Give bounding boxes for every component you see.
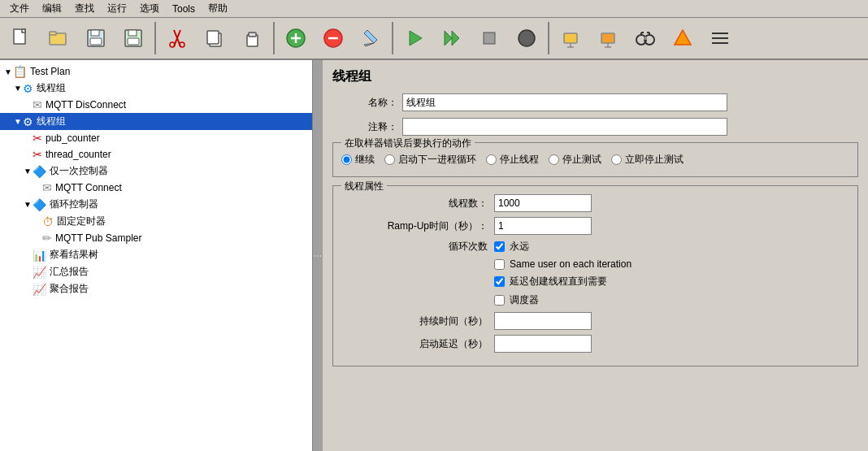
error-label-next-loop: 启动下一进程循环 bbox=[398, 153, 476, 167]
tree-item-loop-controller[interactable]: ▼ 🔷 循环控制器 bbox=[0, 196, 312, 213]
loop-forever-checkbox[interactable] bbox=[494, 241, 505, 252]
toolbar bbox=[0, 18, 868, 60]
startup-delay-label: 启动延迟（秒） bbox=[341, 337, 488, 351]
tree-item-aggregate[interactable]: 📈 汇总报告 bbox=[0, 263, 312, 280]
loop-forever-label[interactable]: 永远 bbox=[494, 240, 529, 254]
tree-item-view-results[interactable]: 📊 察看结果树 bbox=[0, 246, 312, 263]
remote2-button[interactable] bbox=[590, 20, 626, 56]
clear-button[interactable] bbox=[353, 20, 388, 56]
error-radio-stop-test[interactable] bbox=[549, 154, 559, 165]
same-user-label[interactable]: Same user on each iteration bbox=[494, 258, 631, 270]
paste-button[interactable] bbox=[234, 20, 270, 56]
error-label-stop-thread: 停止线程 bbox=[500, 153, 539, 167]
open-button[interactable] bbox=[41, 20, 76, 56]
add-button[interactable] bbox=[278, 20, 314, 56]
remote-button[interactable] bbox=[553, 20, 588, 56]
toolbar-sep-3 bbox=[392, 22, 393, 54]
duration-input[interactable] bbox=[494, 312, 592, 330]
testplan-icon: 📋 bbox=[13, 65, 27, 78]
thread-count-row: 线程数： bbox=[341, 194, 849, 212]
toolbar-sep-2 bbox=[273, 22, 275, 54]
function-button[interactable] bbox=[665, 20, 701, 56]
shutdown-button[interactable] bbox=[509, 20, 545, 56]
save-button[interactable] bbox=[78, 20, 114, 56]
new-button[interactable] bbox=[3, 20, 39, 56]
scheduler-text: 调度器 bbox=[510, 293, 539, 307]
error-radio-stop-thread[interactable] bbox=[486, 154, 497, 165]
rampup-input[interactable] bbox=[494, 217, 592, 235]
menu-run[interactable]: 运行 bbox=[101, 0, 133, 17]
svg-rect-7 bbox=[128, 30, 137, 36]
collapse-handle[interactable]: ⋮ bbox=[313, 60, 323, 451]
startup-delay-row: 启动延迟（秒） bbox=[341, 335, 849, 353]
comment-row: 注释： bbox=[332, 118, 858, 136]
menu-file[interactable]: 文件 bbox=[3, 0, 36, 17]
menu-edit[interactable]: 编辑 bbox=[36, 0, 68, 17]
thread-count-input[interactable] bbox=[494, 194, 592, 212]
menu-find[interactable]: 查找 bbox=[68, 0, 101, 17]
scheduler-checkbox[interactable] bbox=[494, 295, 505, 306]
delay-create-checkbox[interactable] bbox=[494, 276, 505, 287]
tree-item-once-controller[interactable]: ▼ 🔷 仅一次控制器 bbox=[0, 163, 312, 180]
delay-create-label[interactable]: 延迟创建线程直到需要 bbox=[494, 275, 607, 288]
tree-item-pub-counter[interactable]: ✂ pub_counter bbox=[0, 130, 312, 146]
tree-item-test-plan[interactable]: ▼ 📋 Test Plan bbox=[0, 63, 312, 80]
duration-row: 持续时间（秒） bbox=[341, 312, 849, 330]
thread-count-label: 线程数： bbox=[341, 197, 488, 210]
binoculars-button[interactable] bbox=[627, 20, 663, 56]
threadgroup1-icon: ⚙ bbox=[23, 82, 33, 95]
remove-button[interactable] bbox=[315, 20, 351, 56]
svg-rect-4 bbox=[91, 30, 99, 36]
toggle-thread-group-2[interactable]: ▼ bbox=[13, 117, 23, 126]
tree-item-mqtt-disconnect[interactable]: ✉ MQTT DisConnect bbox=[0, 97, 312, 113]
tree-item-thread-group-1[interactable]: ▼ ⚙ 线程组 bbox=[0, 80, 312, 97]
svg-rect-2 bbox=[50, 32, 56, 35]
start-button[interactable] bbox=[397, 20, 432, 56]
svg-rect-25 bbox=[484, 33, 495, 44]
error-label-continue: 继续 bbox=[355, 153, 375, 167]
cut-button[interactable] bbox=[159, 20, 195, 56]
svg-marker-22 bbox=[410, 31, 422, 46]
startup-delay-input[interactable] bbox=[494, 335, 592, 353]
thread-props-panel: 线程属性 线程数： Ramp-Up时间（秒）： 循环次数 永远 bbox=[332, 185, 858, 366]
error-option-continue[interactable]: 继续 bbox=[341, 153, 375, 167]
error-radio-continue[interactable] bbox=[341, 154, 352, 165]
viewresults-icon: 📊 bbox=[33, 249, 46, 262]
error-option-next-loop[interactable]: 启动下一进程循环 bbox=[384, 153, 476, 167]
svg-rect-5 bbox=[90, 38, 102, 45]
same-user-checkbox[interactable] bbox=[494, 259, 505, 270]
tree-item-timer[interactable]: ⏱ 固定定时器 bbox=[0, 213, 312, 230]
toggle-loop-controller[interactable]: ▼ bbox=[23, 200, 33, 209]
comment-input[interactable] bbox=[402, 118, 727, 136]
menu-tools[interactable]: Tools bbox=[166, 2, 202, 16]
tree-label-thread-counter: thread_counter bbox=[46, 149, 111, 160]
name-input[interactable] bbox=[402, 93, 727, 111]
duration-label: 持续时间（秒） bbox=[341, 314, 488, 328]
stop-button[interactable] bbox=[471, 20, 507, 56]
toggle-thread-group-1[interactable]: ▼ bbox=[13, 84, 23, 93]
start-no-pause-button[interactable] bbox=[434, 20, 470, 56]
tree-item-mqtt-connect[interactable]: ✉ MQTT Connect bbox=[0, 180, 312, 196]
error-option-stop-test[interactable]: 停止测试 bbox=[549, 153, 601, 167]
tree-expand-button[interactable] bbox=[702, 20, 738, 56]
copy-button[interactable] bbox=[197, 20, 232, 56]
menu-help[interactable]: 帮助 bbox=[202, 0, 234, 17]
toggle-test-plan[interactable]: ▼ bbox=[3, 67, 13, 76]
toggle-once-controller[interactable]: ▼ bbox=[23, 167, 33, 176]
error-option-stop-test-now[interactable]: 立即停止测试 bbox=[611, 153, 684, 167]
tree-item-mqtt-pub[interactable]: ✏ MQTT Pub Sampler bbox=[0, 230, 312, 246]
threadcounter-icon: ✂ bbox=[33, 148, 42, 161]
saveas-button[interactable] bbox=[115, 20, 151, 56]
tree-item-thread-group-2[interactable]: ▼ ⚙ 线程组 bbox=[0, 113, 312, 130]
svg-rect-14 bbox=[207, 31, 219, 44]
comment-label: 注释： bbox=[332, 120, 397, 134]
menubar: 文件 编辑 查找 运行 选项 Tools 帮助 bbox=[0, 0, 868, 18]
error-radio-stop-test-now[interactable] bbox=[611, 154, 622, 165]
error-option-stop-thread[interactable]: 停止线程 bbox=[486, 153, 539, 167]
tree-item-thread-counter[interactable]: ✂ thread_counter bbox=[0, 146, 312, 163]
error-radio-next-loop[interactable] bbox=[384, 154, 395, 165]
toolbar-sep-1 bbox=[154, 22, 156, 54]
tree-item-aggregate2[interactable]: 📈 聚合报告 bbox=[0, 280, 312, 297]
scheduler-label[interactable]: 调度器 bbox=[494, 293, 539, 307]
menu-options[interactable]: 选项 bbox=[133, 0, 166, 17]
